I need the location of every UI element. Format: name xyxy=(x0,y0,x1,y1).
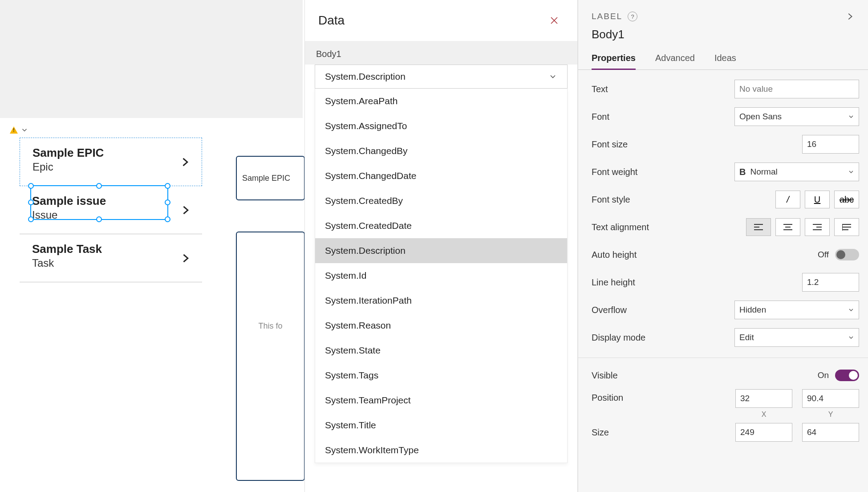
panel-label: LABEL xyxy=(592,12,622,21)
dropdown-item[interactable]: System.IterationPath xyxy=(315,288,567,313)
dropdown-item[interactable]: System.Id xyxy=(315,263,567,288)
underline-button[interactable]: U xyxy=(805,191,830,208)
selection-box[interactable] xyxy=(30,185,168,220)
dropdown-list: System.AreaPathSystem.AssignedToSystem.C… xyxy=(315,89,568,463)
resize-handle[interactable] xyxy=(96,183,102,189)
resize-handle[interactable] xyxy=(96,216,102,222)
resize-handle[interactable] xyxy=(28,216,34,222)
selected-control-name: Body1 xyxy=(578,26,868,49)
dropdown-item[interactable]: System.AssignedTo xyxy=(315,114,567,138)
canvas-top-band xyxy=(0,0,303,118)
dropdown-item[interactable]: System.ChangedBy xyxy=(315,138,567,163)
lineheight-label: Line height xyxy=(592,277,635,288)
tabs: Properties Advanced Ideas xyxy=(578,49,868,70)
dropdown-item[interactable]: System.CreatedBy xyxy=(315,188,567,213)
data-field-selected: System.Description xyxy=(325,71,406,82)
data-panel: Data Body1 System.Description System.Are… xyxy=(304,0,578,492)
dropdown-item[interactable]: System.Reason xyxy=(315,313,567,338)
tab-properties[interactable]: Properties xyxy=(592,49,636,69)
lineheight-input[interactable] xyxy=(802,273,859,292)
gallery-subtitle: Epic xyxy=(32,161,197,173)
align-left-button[interactable] xyxy=(746,218,771,236)
help-icon[interactable]: ? xyxy=(628,12,637,21)
gallery-subtitle: Task xyxy=(32,257,198,269)
position-y-input[interactable] xyxy=(802,389,859,408)
detail-card-small[interactable]: Sample EPIC xyxy=(236,156,305,200)
detail-card-large[interactable]: This fo xyxy=(236,232,305,481)
x-label: X xyxy=(762,411,767,419)
dropdown-item[interactable]: System.Title xyxy=(315,413,567,438)
position-label: Position xyxy=(592,389,623,403)
visible-label: Visible xyxy=(592,370,618,381)
autoheight-toggle[interactable] xyxy=(835,249,859,260)
textalign-label: Text alignment xyxy=(592,222,649,232)
bold-icon: B xyxy=(739,167,746,177)
detail-card-title: Sample EPIC xyxy=(242,174,290,183)
properties-panel: LABEL ? Body1 Properties Advanced Ideas … xyxy=(578,0,868,492)
font-select[interactable] xyxy=(734,107,859,126)
displaymode-select[interactable] xyxy=(734,328,859,347)
gallery-item[interactable]: Sample Task Task xyxy=(20,234,202,282)
dropdown-item[interactable]: System.CreatedDate xyxy=(315,213,567,238)
tab-advanced[interactable]: Advanced xyxy=(655,49,695,69)
tab-ideas[interactable]: Ideas xyxy=(714,49,736,69)
autoheight-label: Auto height xyxy=(592,250,637,260)
data-panel-title: Data xyxy=(318,13,345,28)
position-x-input[interactable] xyxy=(735,389,792,408)
fontweight-select[interactable]: B Normal xyxy=(734,163,859,181)
resize-handle[interactable] xyxy=(165,199,170,205)
y-label: Y xyxy=(828,411,833,419)
gallery-title: Sample Task xyxy=(32,242,198,256)
close-icon[interactable] xyxy=(549,15,560,26)
italic-button[interactable]: / xyxy=(775,191,800,208)
chevron-right-icon[interactable] xyxy=(845,12,855,21)
warning-icon xyxy=(10,126,18,134)
chevron-right-icon xyxy=(179,252,191,264)
size-width-input[interactable] xyxy=(735,423,792,442)
gallery-item[interactable]: Sample EPIC Epic xyxy=(20,138,202,186)
fontsize-label: Font size xyxy=(592,139,628,150)
align-justify-button[interactable] xyxy=(834,218,859,236)
data-field-select[interactable]: System.Description xyxy=(315,65,568,89)
autoheight-value: Off xyxy=(818,250,829,260)
align-center-button[interactable] xyxy=(775,218,800,236)
chevron-right-icon xyxy=(178,156,191,168)
resize-handle[interactable] xyxy=(165,183,170,189)
dropdown-item[interactable]: System.WorkItemType xyxy=(315,438,567,463)
text-label: Text xyxy=(592,84,608,94)
gallery-title: Sample EPIC xyxy=(32,146,197,160)
strikethrough-button[interactable]: abc xyxy=(834,191,859,208)
text-input[interactable] xyxy=(734,80,859,98)
font-label: Font xyxy=(592,112,609,122)
resize-handle[interactable] xyxy=(28,199,34,205)
displaymode-label: Display mode xyxy=(592,333,645,343)
dropdown-item[interactable]: System.TeamProject xyxy=(315,388,567,413)
chevron-down-icon[interactable] xyxy=(20,126,28,134)
detail-card-text: This fo xyxy=(258,321,282,480)
chevron-right-icon xyxy=(179,204,191,216)
overflow-label: Overflow xyxy=(592,305,627,315)
data-control-name: Body1 xyxy=(305,41,577,65)
size-height-input[interactable] xyxy=(802,423,859,442)
resize-handle[interactable] xyxy=(28,183,34,189)
size-label: Size xyxy=(592,427,609,438)
visible-toggle[interactable] xyxy=(835,370,859,381)
chevron-down-icon xyxy=(548,72,557,81)
fontstyle-label: Font style xyxy=(592,195,630,205)
fontweight-label: Font weight xyxy=(592,167,637,177)
overflow-select[interactable] xyxy=(734,301,859,319)
dropdown-item[interactable]: System.Tags xyxy=(315,363,567,388)
fontsize-input[interactable] xyxy=(802,135,859,154)
align-right-button[interactable] xyxy=(805,218,830,236)
resize-handle[interactable] xyxy=(165,216,170,222)
fontweight-value: Normal xyxy=(750,167,777,177)
visible-value: On xyxy=(818,370,829,380)
dropdown-item[interactable]: System.Description xyxy=(315,238,567,263)
dropdown-item[interactable]: System.ChangedDate xyxy=(315,163,567,188)
divider xyxy=(578,358,868,358)
dropdown-item[interactable]: System.State xyxy=(315,338,567,363)
dropdown-item[interactable]: System.AreaPath xyxy=(315,89,567,114)
